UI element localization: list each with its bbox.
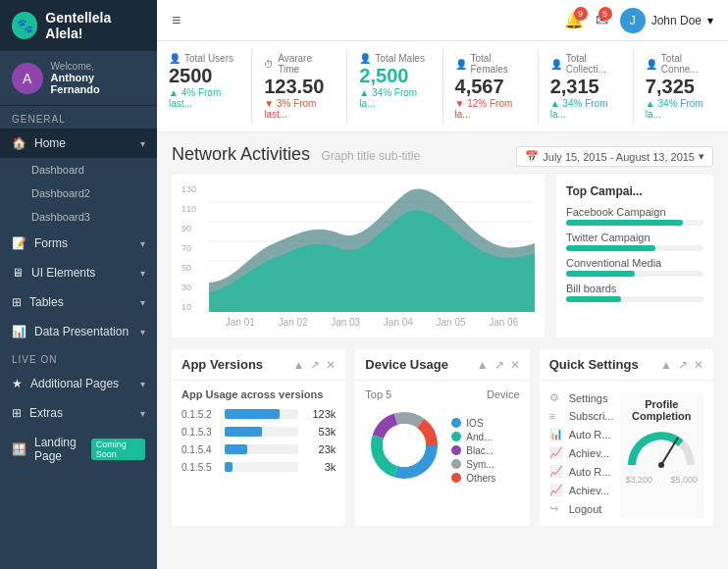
sidebar-subitem-dashboard2[interactable]: Dashboard2 [0, 181, 157, 205]
achiev2-icon: 📈 [549, 484, 563, 496]
sidebar-item-landing-label: Landing Page [34, 436, 91, 463]
logout-icon: ↪ [549, 502, 563, 515]
stat-value-males: 2,500 [359, 64, 430, 87]
sidebar-item-forms[interactable]: 📝 Forms ▾ [0, 229, 157, 258]
sidebar-item-ui-elements[interactable]: 🖥 UI Elements ▾ [0, 258, 157, 287]
sidebar-item-extras[interactable]: ⊞ Extras ▾ [0, 398, 157, 428]
sidebar-item-tables[interactable]: ⊞ Tables ▾ [0, 287, 157, 317]
version-label-2: 0.1.5.3 [182, 427, 219, 438]
user-menu[interactable]: J John Doe ▾ [620, 8, 713, 33]
campaign-1: Facebook Campaign [566, 206, 703, 226]
qs-settings[interactable]: ⚙ Settings [549, 388, 614, 407]
general-label: GENERAL [0, 106, 157, 129]
sidebar-item-landing-page[interactable]: 🪟 Landing Page Coming Soon [0, 428, 157, 471]
legend-blackberry: Blac... [451, 445, 495, 456]
mail-icon[interactable]: ✉ 5 [596, 11, 608, 29]
mail-badge: 5 [598, 7, 612, 21]
qs-auto-r1[interactable]: 📊 Auto R... [549, 425, 614, 443]
version-label-1: 0.1.5.2 [182, 409, 219, 420]
stat-change-males: ▲ 34% From la... [359, 87, 430, 109]
topbar: ≡ 🔔 9 ✉ 5 J John Doe ▾ [157, 0, 728, 41]
sidebar-subitem-dashboard3[interactable]: Dashboard3 [0, 205, 157, 229]
sidebar-item-data-label: Data Presentation [34, 325, 129, 338]
arrows-icon[interactable]: ↗ [678, 358, 688, 372]
expand-icon[interactable]: ▲ [660, 358, 672, 372]
close-icon[interactable]: ✕ [694, 358, 703, 372]
close-icon[interactable]: ✕ [510, 358, 520, 372]
qs-auto-r2[interactable]: 📈 Auto R... [549, 462, 614, 481]
stat-total-males: 👤Total Males 2,500 ▲ 34% From la... [347, 49, 442, 124]
network-chart-svg [209, 184, 535, 312]
sidebar: 🐾 Gentellela Alela! A Welcome, Anthony F… [0, 0, 157, 569]
stat-label-males: Total Males [375, 53, 425, 64]
sidebar-item-home[interactable]: 🏠 Home ▾ [0, 129, 157, 158]
time-icon: ⏱ [264, 59, 274, 70]
arrows-icon[interactable]: ↗ [494, 358, 504, 372]
version-row-2: 0.1.5.3 53k [182, 426, 336, 438]
donut-chart [365, 406, 443, 485]
tables-icon: ⊞ [12, 295, 22, 309]
date-range-picker[interactable]: 📅 July 15, 2015 - August 13, 2015 ▾ [516, 146, 713, 167]
ui-icon: 🖥 [12, 266, 24, 280]
legend-others: Others [451, 473, 495, 484]
panels-row: App Versions ▲ ↗ ✕ App Usage across vers… [172, 349, 713, 526]
date-range-text: July 15, 2015 - August 13, 2015 [543, 151, 695, 163]
logo-text: Gentellela Alela! [45, 10, 145, 41]
sidebar-logo: 🐾 Gentellela Alela! [0, 0, 157, 51]
stat-label-females: Total Females [471, 53, 526, 75]
stat-change-collecti: ▲ 34% From la... [550, 98, 621, 120]
qs-subscri[interactable]: ≡ Subscri... [549, 407, 614, 425]
sidebar-item-ui-label: UI Elements [31, 266, 95, 280]
x-label-4: Jan 04 [372, 317, 425, 328]
version-label-4: 0.1.5.5 [182, 462, 219, 473]
settings-icon: ⚙ [549, 391, 563, 404]
subscri-icon: ≡ [549, 410, 563, 422]
arrows-icon[interactable]: ↗ [310, 358, 320, 372]
sidebar-item-forms-label: Forms [34, 236, 68, 250]
sidebar-subitem-dashboard[interactable]: Dashboard [0, 158, 157, 181]
x-label-5: Jan 05 [425, 317, 478, 328]
version-value-2: 53k [304, 426, 336, 438]
stat-change-females: ▼ 12% From la... [455, 98, 526, 120]
sidebar-item-data-presentation[interactable]: 📊 Data Presentation ▾ [0, 317, 157, 346]
stat-total-conne: 👤Total Conne... 7,325 ▲ 34% From la... [634, 49, 728, 124]
notification-bell[interactable]: 🔔 9 [564, 11, 584, 29]
top5-label: Top 5 [365, 388, 391, 400]
qs-achiev2[interactable]: 📈 Achiev... [549, 481, 614, 499]
stat-value-users: 2500 [169, 64, 239, 87]
profile-welcome: Welcome, [51, 61, 145, 72]
svg-point-13 [658, 462, 664, 468]
version-value-1: 123k [304, 408, 336, 420]
forms-icon: 📝 [12, 236, 26, 250]
version-value-3: 23k [304, 443, 336, 455]
landing-icon: 🪟 [12, 442, 26, 456]
top-campaigns-panel: Top Campai... Facebook Campaign Twitter … [556, 175, 713, 337]
expand-icon[interactable]: ▲ [477, 358, 489, 372]
auto-r2-icon: 📈 [549, 465, 563, 478]
legend-symbian: Sym... [451, 459, 495, 470]
legend-ios: IOS [451, 418, 495, 429]
y-axis: 10 30 50 70 90 110 130 [182, 184, 205, 312]
stat-change-conne: ▲ 34% From la... [646, 98, 716, 120]
notification-badge: 9 [574, 7, 588, 21]
svg-point-11 [383, 424, 426, 467]
legend-android: And... [451, 432, 495, 442]
chevron-down-icon: ▾ [140, 327, 145, 337]
sidebar-item-additional-label: Additional Pages [30, 377, 119, 390]
stat-label-time: Avarare Time [278, 53, 335, 75]
version-row-1: 0.1.5.2 123k [182, 408, 336, 420]
hamburger-button[interactable]: ≡ [172, 12, 181, 29]
sidebar-item-additional-pages[interactable]: ★ Additional Pages ▾ [0, 369, 157, 398]
stat-value-collecti: 2,315 [550, 75, 621, 98]
logo-icon: 🐾 [12, 12, 37, 39]
chevron-down-icon: ▾ [140, 379, 145, 389]
svg-line-12 [661, 438, 678, 465]
qs-logout[interactable]: ↪ Logout [549, 499, 614, 518]
user-avatar: J [620, 8, 646, 33]
network-chart-container: 10 30 50 70 90 110 130 [172, 175, 545, 337]
close-icon[interactable]: ✕ [326, 358, 336, 372]
expand-icon[interactable]: ▲ [292, 358, 304, 372]
qs-achiev1[interactable]: 📈 Achiev... [549, 443, 614, 462]
x-label-1: Jan 01 [214, 317, 267, 328]
network-subtitle: Graph title sub-title [321, 149, 420, 163]
